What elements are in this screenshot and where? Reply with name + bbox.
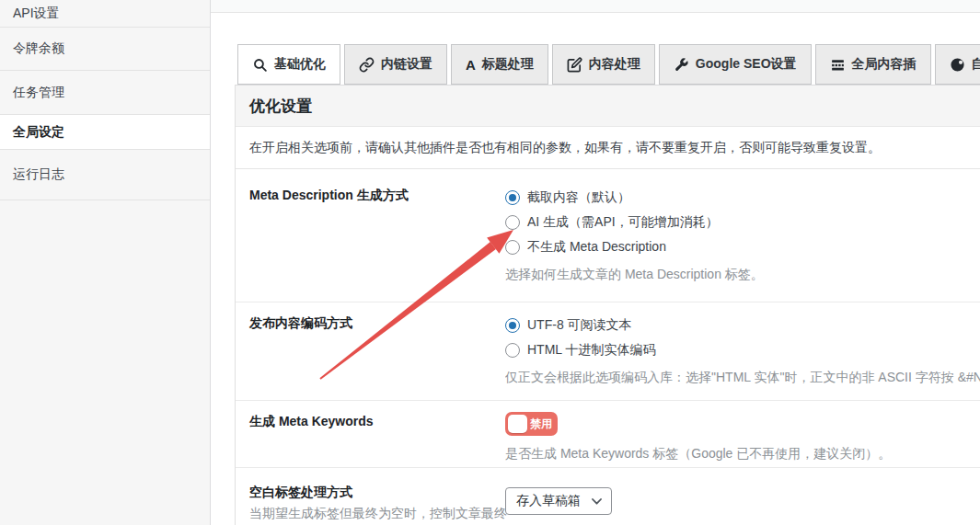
setting-help-text: 是否生成 Meta Keywords 标签（Google 已不再使用，建议关闭）… xyxy=(505,446,980,462)
tab-title-processing[interactable]: A 标题处理 xyxy=(451,44,548,85)
tab-global-content-insert[interactable]: 全局内容插 xyxy=(815,44,931,85)
radio-label: UTF-8 可阅读文本 xyxy=(527,317,632,334)
edit-icon xyxy=(567,57,582,73)
tab-label: 基础优化 xyxy=(274,56,326,73)
select-value: 存入草稿箱 xyxy=(516,493,581,509)
setting-help-text: 仅正文会根据此选项编码入库：选择"HTML 实体"时，正文中的非 ASCII 字… xyxy=(505,370,980,386)
sidebar: API设置 令牌余额 任务管理 全局设定 运行日志 xyxy=(0,0,211,525)
tab-label: Google SEO设置 xyxy=(696,56,797,73)
top-divider-strip xyxy=(211,0,980,13)
tab-bar: 基础优化 内链设置 A 标题处理 内容处理 xyxy=(237,44,980,85)
letter-a-icon: A xyxy=(466,57,476,73)
radio-button[interactable] xyxy=(505,343,520,358)
tab-label: 全局内容插 xyxy=(852,56,917,73)
wrench-icon xyxy=(674,57,689,73)
palette-icon xyxy=(950,57,965,73)
setting-control: 禁用 是否生成 Meta Keywords 标签（Google 已不再使用，建议… xyxy=(505,401,980,467)
radio-button[interactable] xyxy=(505,215,520,230)
setting-control: 截取内容（默认） AI 生成（需API，可能增加消耗） 不生成 Meta Des… xyxy=(505,169,980,302)
tab-internal-links[interactable]: 内链设置 xyxy=(344,44,447,85)
link-icon xyxy=(359,57,375,73)
setting-row-content-encoding: 发布内容编码方式 UTF-8 可阅读文本 HTML 十进制实体编码 仅正文会根据… xyxy=(236,302,980,401)
setting-sublabel: 当期望生成标签但最终为空时，控制文章最终 xyxy=(249,506,496,522)
tab-label: 内链设置 xyxy=(381,56,432,73)
radio-label: 不生成 Meta Description xyxy=(527,239,666,256)
tab-content-processing[interactable]: 内容处理 xyxy=(552,44,655,85)
setting-control: 存入草稿箱 xyxy=(505,468,980,525)
tab-label: 内容处理 xyxy=(589,56,640,73)
search-icon xyxy=(252,57,268,73)
tab-google-seo-settings[interactable]: Google SEO设置 xyxy=(659,44,812,85)
radio-option-html-entity[interactable]: HTML 十进制实体编码 xyxy=(505,337,980,362)
radio-button-checked[interactable] xyxy=(505,318,520,333)
setting-label: 发布内容编码方式 xyxy=(236,302,505,400)
panel-notice: 在开启相关选项前，请确认其他插件是否也有相同的参数，如果有，请不要重复开启，否则… xyxy=(236,127,980,169)
setting-row-meta-keywords: 生成 Meta Keywords 禁用 是否生成 Meta Keywords 标… xyxy=(236,401,980,468)
setting-help-text: 选择如何生成文章的 Meta Description 标签。 xyxy=(505,267,980,283)
setting-row-meta-description: Meta Description 生成方式 截取内容（默认） AI 生成（需AP… xyxy=(236,169,980,302)
tab-label: 标题处理 xyxy=(482,56,534,73)
sidebar-item-global-settings[interactable]: 全局设定 xyxy=(0,115,210,150)
radio-label: HTML 十进制实体编码 xyxy=(527,342,655,359)
setting-control: UTF-8 可阅读文本 HTML 十进制实体编码 仅正文会根据此选项编码入库：选… xyxy=(505,302,980,400)
panel-title: 优化设置 xyxy=(236,86,980,127)
radio-option-ai-generate[interactable]: AI 生成（需API，可能增加消耗） xyxy=(505,210,980,234)
settings-page: API设置 令牌余额 任务管理 全局设定 运行日志 基础优化 内链设置 xyxy=(0,0,980,525)
tab-label: 自定 xyxy=(972,56,980,73)
sidebar-item-token-balance[interactable]: 令牌余额 xyxy=(0,28,210,71)
meta-keywords-toggle-off[interactable]: 禁用 xyxy=(505,412,558,436)
sidebar-item-run-log[interactable]: 运行日志 xyxy=(0,150,210,200)
blank-tag-select[interactable]: 存入草稿箱 xyxy=(505,487,612,515)
settings-panel: 优化设置 在开启相关选项前，请确认其他插件是否也有相同的参数，如果有，请不要重复… xyxy=(235,85,980,525)
radio-option-utf8[interactable]: UTF-8 可阅读文本 xyxy=(505,313,980,337)
tab-basic-optimization[interactable]: 基础优化 xyxy=(237,44,340,85)
chevron-down-icon xyxy=(592,498,602,505)
tab-custom[interactable]: 自定 xyxy=(935,44,980,85)
setting-label-text: 空白标签处理方式 xyxy=(249,485,496,501)
radio-option-no-meta-description[interactable]: 不生成 Meta Description xyxy=(505,234,980,259)
list-icon xyxy=(830,57,846,73)
radio-option-truncate-content[interactable]: 截取内容（默认） xyxy=(505,185,980,210)
setting-row-blank-tag-handling: 空白标签处理方式 当期望生成标签但最终为空时，控制文章最终 存入草稿箱 xyxy=(236,468,980,525)
radio-label: 截取内容（默认） xyxy=(527,189,630,206)
toggle-state-label: 禁用 xyxy=(530,417,552,432)
toggle-knob xyxy=(508,415,527,433)
setting-label: 空白标签处理方式 当期望生成标签但最终为空时，控制文章最终 xyxy=(236,468,505,525)
radio-label: AI 生成（需API，可能增加消耗） xyxy=(527,214,719,231)
setting-label: Meta Description 生成方式 xyxy=(236,169,505,302)
sidebar-item-task-management[interactable]: 任务管理 xyxy=(0,71,210,115)
radio-button[interactable] xyxy=(505,240,520,255)
radio-button-checked[interactable] xyxy=(505,190,520,205)
sidebar-item-api-settings[interactable]: API设置 xyxy=(0,0,210,28)
setting-label: 生成 Meta Keywords xyxy=(236,401,505,467)
